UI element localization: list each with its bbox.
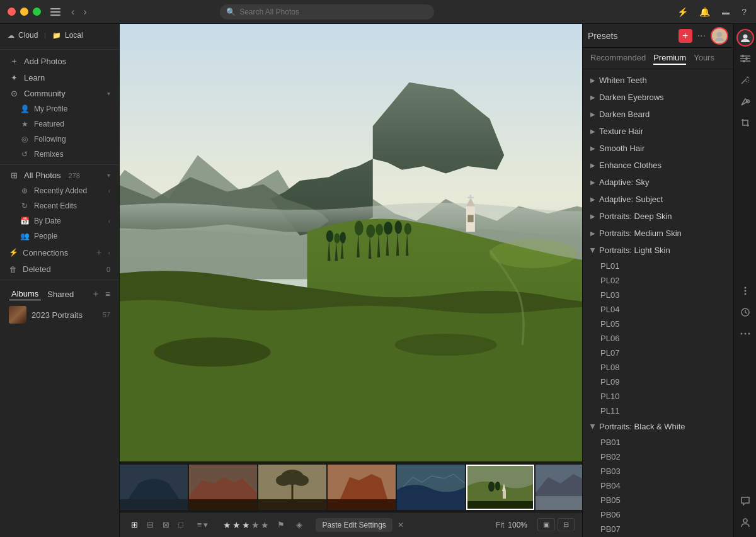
following-item[interactable]: ◎ Following — [0, 132, 119, 147]
auto-edit-button[interactable] — [736, 71, 755, 89]
filmstrip-thumb-4[interactable] — [328, 465, 396, 510]
history-button[interactable] — [736, 303, 755, 322]
forward-button[interactable]: › — [81, 5, 89, 19]
search-input[interactable] — [239, 8, 428, 16]
add-photos-item[interactable]: ＋ Add Photos — [0, 52, 119, 70]
preset-item-10-2[interactable]: PL03 — [583, 288, 733, 302]
albums-sort-button[interactable]: ≡ — [105, 288, 110, 300]
main-photo-area[interactable] — [120, 24, 582, 461]
label-button[interactable]: ◈ — [293, 518, 306, 531]
square-grid-button[interactable]: ⊟ — [143, 517, 158, 532]
filmstrip-thumb-7[interactable] — [536, 465, 582, 510]
preset-group-header-11[interactable]: ▶Portraits: Black & White — [583, 418, 733, 435]
preset-item-11-1[interactable]: PB02 — [583, 449, 733, 464]
preset-item-11-6[interactable]: PB07 — [583, 522, 733, 536]
preset-group-header-2[interactable]: ▶Darken Beard — [583, 106, 733, 123]
album-item[interactable]: 2023 Portraits 57 — [0, 303, 119, 327]
preset-group-header-8[interactable]: ▶Portraits: Deep Skin — [583, 208, 733, 225]
deleted-item[interactable]: 🗑 Deleted 0 — [0, 261, 119, 277]
maximize-button[interactable] — [33, 8, 41, 16]
filmstrip-thumb-2[interactable] — [189, 465, 257, 510]
back-button[interactable]: ‹ — [69, 5, 77, 19]
community-item[interactable]: ⊙ Community ▾ — [0, 86, 119, 101]
sort-button[interactable]: ≡ ▾ — [197, 520, 209, 529]
more-options-button[interactable]: ··· — [695, 29, 708, 43]
preset-item-10-0[interactable]: PL01 — [583, 259, 733, 273]
preset-group-header-5[interactable]: ▶Enhance Clothes — [583, 157, 733, 174]
paste-close-button[interactable]: ✕ — [398, 521, 404, 529]
crop-button[interactable] — [736, 113, 755, 132]
preset-item-11-2[interactable]: PB03 — [583, 464, 733, 478]
share-button[interactable] — [719, 4, 732, 20]
filmstrip-thumb-3[interactable] — [258, 465, 326, 510]
sidebar-toggle-icon[interactable] — [49, 5, 62, 19]
preset-group-header-7[interactable]: ▶Adaptive: Subject — [583, 191, 733, 208]
filmstrip-thumb-1[interactable] — [120, 465, 188, 510]
preset-group-header-1[interactable]: ▶Darken Eyebrows — [583, 89, 733, 106]
people-item[interactable]: 👥 People — [0, 229, 119, 244]
share-panel-button[interactable] — [736, 513, 755, 532]
star-1[interactable]: ★ — [223, 520, 231, 530]
preset-item-11-5[interactable]: PB06 — [583, 507, 733, 522]
options-button[interactable] — [736, 324, 755, 343]
preset-item-10-6[interactable]: PL07 — [583, 346, 733, 360]
connections-item[interactable]: ⚡ Connections ＋ ‹ — [0, 244, 119, 261]
preset-group-header-6[interactable]: ▶Adaptive: Sky — [583, 174, 733, 191]
preset-item-10-4[interactable]: PL05 — [583, 317, 733, 331]
compare-split-button[interactable]: ⊟ — [558, 518, 575, 531]
close-button[interactable] — [8, 8, 16, 16]
yours-tab[interactable]: Yours — [694, 52, 714, 65]
grid-view-button[interactable]: ⊞ — [127, 517, 142, 532]
learn-item[interactable]: ✦ Learn — [0, 70, 119, 86]
star-2[interactable]: ★ — [232, 520, 241, 530]
remixes-item[interactable]: ↺ Remixes — [0, 147, 119, 162]
adjustments-panel-button[interactable] — [736, 49, 755, 68]
preset-item-11-4[interactable]: PB05 — [583, 493, 733, 507]
albums-add-button[interactable]: ＋ — [91, 288, 100, 300]
star-3[interactable]: ★ — [242, 520, 250, 530]
preset-group-header-4[interactable]: ▶Smooth Hair — [583, 140, 733, 157]
flag-button[interactable]: ⚑ — [274, 518, 288, 531]
more-tools-button[interactable] — [736, 281, 755, 300]
star-4[interactable]: ★ — [251, 520, 260, 530]
comments-button[interactable] — [736, 492, 755, 511]
preset-item-10-7[interactable]: PL08 — [583, 360, 733, 375]
source-row[interactable]: ☁ Cloud | 📁 Local — [0, 28, 119, 43]
profile-panel-button[interactable] — [736, 29, 754, 47]
filmstrip-thumb-5[interactable] — [397, 465, 465, 510]
preset-item-10-1[interactable]: PL02 — [583, 273, 733, 288]
by-date-item[interactable]: 📅 By Date ‹ — [0, 213, 119, 229]
preset-item-10-8[interactable]: PL09 — [583, 375, 733, 389]
preset-item-10-10[interactable]: PL11 — [583, 404, 733, 418]
preset-group-header-10[interactable]: ▶Portraits: Light Skin — [583, 242, 733, 259]
filmstrip-thumb-6[interactable] — [466, 465, 534, 510]
preset-item-10-3[interactable]: PL04 — [583, 302, 733, 317]
featured-item[interactable]: ★ Featured — [0, 116, 119, 132]
preset-group-header-9[interactable]: ▶Portraits: Medium Skin — [583, 225, 733, 242]
compare-single-button[interactable]: ▣ — [537, 518, 555, 531]
preset-group-header-0[interactable]: ▶Whiten Teeth — [583, 72, 733, 89]
notification-button[interactable]: 🔔 — [697, 5, 712, 19]
minimize-button[interactable] — [20, 8, 28, 16]
add-preset-button[interactable]: + — [679, 29, 692, 43]
star-5[interactable]: ★ — [261, 520, 269, 530]
all-photos-row[interactable]: ⊞ All Photos 278 ▾ — [0, 167, 119, 183]
premium-tab[interactable]: Premium — [653, 52, 686, 65]
column-view-button[interactable]: ⊠ — [159, 517, 173, 532]
shared-tab[interactable]: Shared — [45, 288, 76, 300]
preset-group-header-3[interactable]: ▶Texture Hair — [583, 123, 733, 140]
paste-edit-button[interactable]: Paste Edit Settings — [316, 518, 392, 532]
single-view-button[interactable]: □ — [175, 517, 187, 532]
filter-button[interactable]: ⚡ — [675, 5, 690, 19]
search-bar[interactable]: 🔍 — [220, 4, 434, 20]
profile-avatar[interactable] — [711, 27, 728, 45]
masking-button[interactable] — [736, 92, 755, 111]
preset-item-10-9[interactable]: PL10 — [583, 389, 733, 404]
help-button[interactable]: ? — [740, 5, 748, 19]
preset-item-10-5[interactable]: PL06 — [583, 331, 733, 346]
recommended-tab[interactable]: Recommended — [590, 52, 646, 65]
preset-item-11-0[interactable]: PB01 — [583, 435, 733, 449]
albums-tab[interactable]: Albums — [9, 288, 41, 300]
recently-added-item[interactable]: ⊕ Recently Added ‹ — [0, 183, 119, 198]
my-profile-item[interactable]: 👤 My Profile — [0, 101, 119, 116]
